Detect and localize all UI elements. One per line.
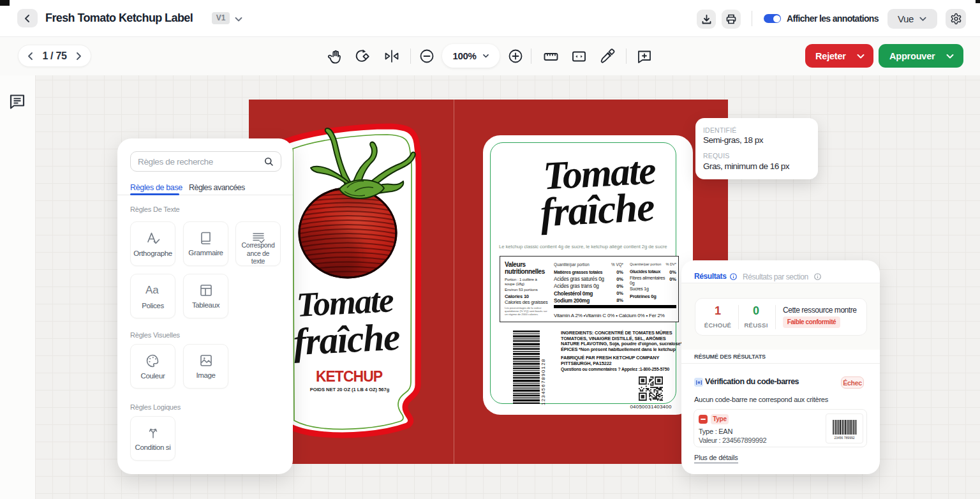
svg-text:POIDS NET 20 OZ (1 LB 4 OZ) 56: POIDS NET 20 OZ (1 LB 4 OZ) 567g — [310, 387, 390, 392]
svg-text:fraîche: fraîche — [292, 316, 401, 364]
svg-text:1234567890128: 1234567890128 — [540, 359, 546, 405]
svg-text:KETCHUP: KETCHUP — [316, 368, 383, 385]
svg-text:Aa: Aa — [145, 284, 159, 296]
svg-text:fraîche: fraîche — [539, 184, 655, 235]
